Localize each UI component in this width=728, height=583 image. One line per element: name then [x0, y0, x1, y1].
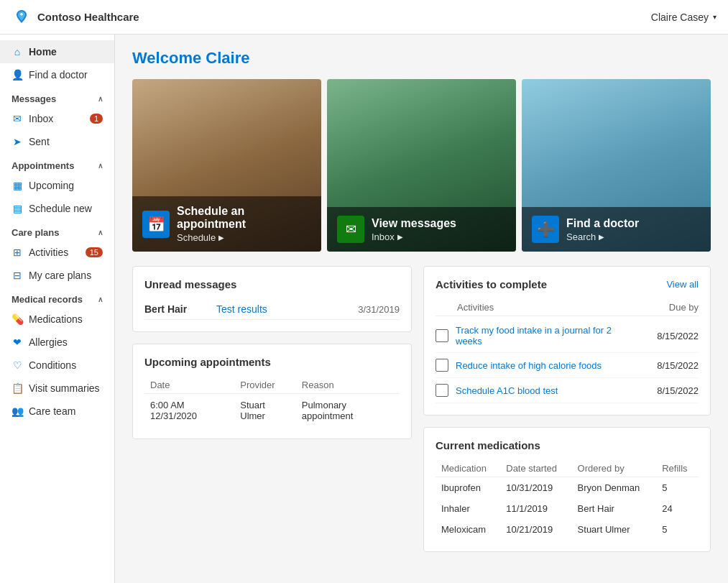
- view-all-link[interactable]: View all: [666, 279, 699, 290]
- med-refills-3: 5: [656, 519, 699, 540]
- sidebar-item-upcoming[interactable]: ▦ Upcoming: [0, 174, 114, 197]
- sidebar-item-inbox[interactable]: ✉ Inbox 1: [0, 107, 114, 130]
- sidebar-medications-label: Medications: [29, 313, 83, 325]
- brand: Contoso Healthcare: [11, 7, 139, 27]
- med-col-date: Date started: [500, 460, 571, 477]
- apt-date: 6:00 AM 12/31/2020: [144, 394, 234, 428]
- activity-row-2: Reduce intake of high calorie foods 8/15…: [436, 353, 699, 378]
- user-menu[interactable]: Claire Casey ▾: [651, 12, 717, 23]
- sidebar: ⌂ Home 👤 Find a doctor Messages ∧ ✉ Inbo…: [0, 35, 115, 583]
- find-doctor-card-icon-wrap: ➕: [532, 216, 559, 243]
- activities-col-due: Due by: [634, 302, 699, 313]
- activity-link-1[interactable]: Track my food intake in a journal for 2 …: [456, 325, 634, 346]
- msg-sender: Bert Hair: [144, 303, 216, 315]
- sidebar-visit-label: Visit summaries: [29, 382, 100, 394]
- med-date-3: 10/21/2019: [500, 519, 571, 540]
- med-date-2: 11/1/2019: [500, 498, 571, 519]
- topbar: Contoso Healthcare Claire Casey ▾: [0, 0, 728, 35]
- medication-row-2: Inhaler 11/1/2019 Bert Hair 24: [436, 498, 699, 519]
- bottom-columns: Unread messages Bert Hair Test results 3…: [132, 266, 711, 552]
- chevron-down-icon: ▾: [713, 13, 717, 21]
- conditions-icon: ♡: [11, 359, 23, 371]
- activity-checkbox-2[interactable]: [436, 359, 448, 372]
- care-plans-icon: ⊟: [11, 270, 23, 281]
- messages-card-title: View messages: [372, 217, 456, 230]
- doctor-icon: 👤: [11, 69, 23, 81]
- apt-col-provider: Provider: [234, 377, 296, 394]
- sidebar-item-visit-summaries[interactable]: 📋 Visit summaries: [0, 377, 114, 400]
- activity-due-1: 8/15/2022: [634, 331, 699, 341]
- appointment-row: 6:00 AM 12/31/2020 Stuart Ulmer Pulmonar…: [144, 394, 400, 428]
- med-col-refills: Refills: [656, 460, 699, 477]
- upcoming-appointments-card: Upcoming appointments Date Provider Reas…: [132, 344, 412, 439]
- sidebar-schedule-label: Schedule new: [29, 203, 92, 214]
- appointments-table: Date Provider Reason 6:00 AM 12/31/2020 …: [144, 377, 400, 427]
- sidebar-upcoming-label: Upcoming: [29, 180, 74, 191]
- sidebar-item-medications[interactable]: 💊 Medications: [0, 308, 114, 331]
- sidebar-item-my-care-plans[interactable]: ⊟ My care plans: [0, 264, 114, 287]
- activity-row-1: Track my food intake in a journal for 2 …: [436, 319, 699, 353]
- left-column: Unread messages Bert Hair Test results 3…: [132, 266, 412, 552]
- chevron-up-icon3: ∧: [98, 229, 103, 237]
- page-title: Welcome Claire: [132, 49, 711, 68]
- care-plans-label: Care plans: [11, 227, 59, 238]
- user-name: Claire Casey: [651, 12, 709, 23]
- sidebar-care-team-label: Care team: [29, 405, 75, 417]
- sidebar-item-sent[interactable]: ➤ Sent: [0, 130, 114, 153]
- find-doctor-card-text: Find a doctor Search ▶: [566, 217, 639, 242]
- hero-card-schedule[interactable]: 📅 Schedule an appointment Schedule ▶: [132, 79, 321, 252]
- sidebar-section-messages[interactable]: Messages ∧: [0, 86, 114, 107]
- activity-checkbox-3[interactable]: [436, 384, 448, 397]
- msg-date: 3/31/2019: [358, 304, 400, 315]
- hero-card-messages[interactable]: ✉ View messages Inbox ▶: [327, 79, 516, 252]
- hero-card-find-doctor[interactable]: ➕ Find a doctor Search ▶: [522, 79, 711, 252]
- activities-icon: ⊞: [11, 247, 23, 258]
- med-refills-1: 5: [656, 477, 699, 499]
- sidebar-section-medical-records[interactable]: Medical records ∧: [0, 287, 114, 308]
- sidebar-item-schedule-new[interactable]: ▤ Schedule new: [0, 197, 114, 220]
- med-name-2: Inhaler: [436, 498, 500, 519]
- find-doctor-card-icon: ➕: [537, 221, 555, 238]
- inbox-icon: ✉: [11, 113, 23, 124]
- activities-header: Activities to complete View all: [436, 278, 699, 290]
- medical-records-label: Medical records: [11, 294, 83, 305]
- med-col-name: Medication: [436, 460, 500, 477]
- sidebar-item-conditions[interactable]: ♡ Conditions: [0, 354, 114, 377]
- activity-link-2[interactable]: Reduce intake of high calorie foods: [456, 360, 634, 371]
- chevron-up-icon4: ∧: [98, 295, 103, 303]
- activity-checkbox-1[interactable]: [436, 329, 448, 342]
- activity-due-3: 8/15/2022: [634, 385, 699, 396]
- activities-card: Activities to complete View all Activiti…: [423, 266, 711, 416]
- med-name-1: Ibuprofen: [436, 477, 500, 499]
- activity-link-3[interactable]: Schedule A1C blood test: [456, 385, 634, 396]
- med-ordered-2: Bert Hair: [572, 498, 657, 519]
- main-layout: ⌂ Home 👤 Find a doctor Messages ∧ ✉ Inbo…: [0, 35, 728, 583]
- calendar-card-icon: 📅: [147, 216, 165, 233]
- sidebar-section-appointments[interactable]: Appointments ∧: [0, 153, 114, 174]
- activities-col-name: Activities: [436, 302, 634, 313]
- sidebar-item-find-doctor[interactable]: 👤 Find a doctor: [0, 63, 114, 86]
- hero-cards: 📅 Schedule an appointment Schedule ▶: [132, 79, 711, 252]
- message-row: Bert Hair Test results 3/31/2019: [144, 299, 400, 320]
- med-col-ordered: Ordered by: [572, 460, 657, 477]
- unread-messages-title: Unread messages: [144, 278, 400, 290]
- sidebar-find-doctor-label: Find a doctor: [29, 69, 88, 81]
- med-name-3: Meloxicam: [436, 519, 500, 540]
- sidebar-item-home[interactable]: ⌂ Home: [0, 40, 114, 63]
- sidebar-inbox-label: Inbox: [29, 113, 53, 124]
- messages-card-icon-wrap: ✉: [337, 216, 364, 243]
- find-doctor-card-title: Find a doctor: [566, 217, 639, 230]
- medications-card: Current medications Medication Date star…: [423, 427, 711, 552]
- sidebar-item-care-team[interactable]: 👥 Care team: [0, 400, 114, 423]
- messages-arrow-icon: ▶: [397, 233, 403, 241]
- sidebar-section-care-plans[interactable]: Care plans ∧: [0, 220, 114, 241]
- svg-rect-1: [21, 13, 22, 16]
- activity-row-3: Schedule A1C blood test 8/15/2022: [436, 378, 699, 403]
- inbox-badge: 1: [90, 114, 103, 124]
- msg-subject[interactable]: Test results: [216, 303, 358, 315]
- sidebar-item-allergies[interactable]: ❤ Allergies: [0, 331, 114, 354]
- sidebar-item-activities[interactable]: ⊞ Activities 15: [0, 241, 114, 264]
- activity-due-2: 8/15/2022: [634, 360, 699, 371]
- messages-label: Messages: [11, 93, 56, 104]
- home-icon: ⌂: [11, 46, 23, 58]
